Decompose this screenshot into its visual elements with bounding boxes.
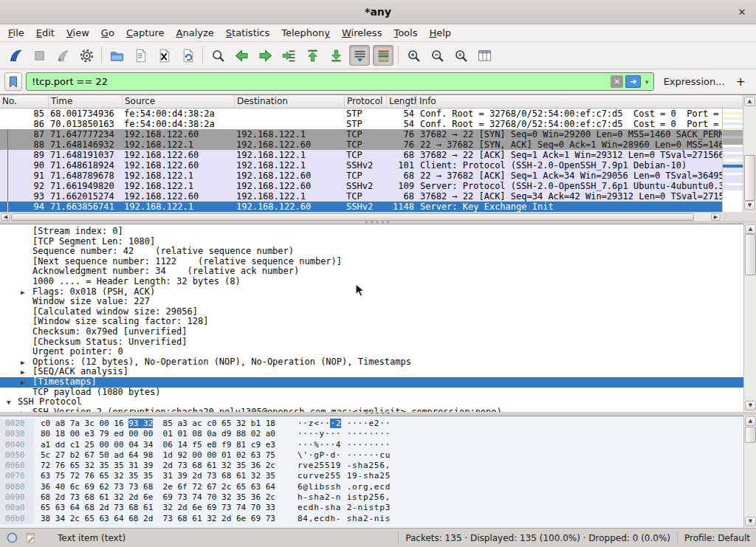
auto-scroll-icon[interactable] [349, 45, 370, 66]
intelligent-scrollbar-minimap[interactable] [722, 109, 743, 212]
hex-ascii[interactable]: 84,ecdh- sha2-nis [275, 514, 391, 524]
menu-edit[interactable]: Edit [30, 26, 61, 40]
resize-columns-icon[interactable] [474, 45, 495, 66]
close-icon[interactable]: ✕ [735, 5, 749, 18]
hex-ascii[interactable]: 6@libssh .org,ecd [275, 482, 391, 492]
packet-detail-line[interactable]: ▶[SEQ/ACK analysis] [0, 367, 756, 377]
packet-detail-line[interactable]: 1000 .... = Header Length: 32 bytes (8) [0, 277, 756, 287]
restart-capture-icon[interactable] [52, 45, 73, 66]
packet-detail-line[interactable]: Checksum: 0x79ed [unverified] [0, 327, 756, 337]
details-vscrollbar[interactable]: ▲ ▼ [743, 224, 756, 412]
hex-vscrollbar[interactable]: ▲ ▼ [743, 416, 756, 528]
display-filter-value[interactable]: !tcp.port == 22 [29, 76, 608, 87]
filter-bookmark-button[interactable] [4, 72, 22, 91]
go-to-packet-icon[interactable] [278, 45, 299, 66]
packet-detail-line[interactable]: ▼SSH Protocol [0, 397, 756, 407]
packet-row-93[interactable]: 9371.662015274192.168.122.60192.168.122.… [0, 191, 722, 202]
packet-detail-line[interactable]: ▶[Timestamps] [0, 377, 743, 388]
collapse-icon[interactable]: ▼ [7, 398, 10, 407]
expression-button[interactable]: Expression... [658, 76, 731, 87]
hex-row-00b0[interactable]: 00b038 34 2c 65 63 64 68 2d 73 68 61 32 … [0, 514, 756, 524]
hex-row-0050[interactable]: 00505c 27 b2 67 50 ad 64 98 1d 92 00 00 … [0, 450, 756, 461]
hex-ascii[interactable]: ···%···4 ········ [275, 440, 391, 450]
hex-row-0020[interactable]: 0020c0 a8 7a 3c 00 16 93 32 85 a3 ac c0 … [0, 419, 756, 429]
zoom-original-icon[interactable] [450, 45, 471, 66]
packet-detail-line[interactable]: TCP payload (1080 bytes) [0, 388, 756, 398]
packet-detail-line[interactable]: [Calculated window size: 29056] [0, 307, 756, 317]
packet-detail-line[interactable]: [Stream index: 0] [0, 227, 756, 237]
packet-row-85[interactable]: 8568.001734936fe:54:00:d4:38:2aSTP54Conf… [0, 109, 722, 119]
packet-list-vscrollbar[interactable]: ▲ ▼ [743, 95, 756, 212]
hex-ascii[interactable]: ····y··· ········ [275, 429, 391, 439]
start-capture-icon[interactable] [5, 45, 26, 66]
scrollbar-thumb[interactable] [745, 234, 756, 275]
hex-row-0040[interactable]: 0040a1 dd c1 25 00 00 04 34 06 14 f5 e8 … [0, 440, 756, 450]
hex-ascii[interactable]: h-sha2-n istp256, [275, 492, 391, 503]
menu-wireless[interactable]: Wireless [336, 26, 388, 40]
hex-bytes[interactable]: 63 75 72 76 65 32 35 35 31 39 2d 73 68 6… [34, 471, 275, 481]
column-header-source[interactable]: Source [123, 95, 235, 108]
hex-ascii[interactable]: ··z<···2 ····e2·· [275, 419, 391, 429]
packet-row-89[interactable]: 8971.648191037192.168.122.60192.168.122.… [0, 150, 722, 160]
packet-detail-line[interactable]: Window size value: 227 [0, 297, 756, 307]
column-header-length[interactable]: Length [387, 95, 417, 108]
hex-bytes[interactable]: 36 40 6c 69 62 73 73 68 2e 6f 72 67 2c 6… [34, 482, 275, 492]
expand-icon[interactable]: ▶ [21, 288, 24, 297]
expand-icon[interactable]: ▶ [21, 358, 24, 368]
scroll-up-icon[interactable]: ▲ [745, 224, 756, 234]
close-file-icon[interactable] [154, 45, 174, 66]
titlebar[interactable]: *any ✕ [0, 0, 756, 24]
capture-comment-icon[interactable] [25, 532, 37, 544]
capture-options-icon[interactable] [76, 45, 97, 66]
packet-row-94[interactable]: 9471.663856741192.168.122.1192.168.122.6… [0, 202, 722, 212]
menu-statistics[interactable]: Statistics [220, 26, 275, 40]
hex-ascii[interactable]: \'·gP·d· ······cu [275, 450, 391, 461]
hex-bytes[interactable]: 68 2d 73 68 61 32 2d 6e 69 73 74 70 32 3… [34, 492, 275, 503]
menu-analyze[interactable]: Analyze [171, 26, 220, 40]
stop-capture-icon[interactable] [29, 45, 49, 66]
hex-bytes[interactable]: a1 dd c1 25 00 00 04 34 06 14 f5 e8 f9 8… [34, 440, 275, 450]
column-header-protocol[interactable]: Protocol [345, 95, 387, 108]
add-filter-button[interactable]: + [735, 75, 752, 89]
hex-row-0080[interactable]: 008036 40 6c 69 62 73 73 68 2e 6f 72 67 … [0, 482, 756, 492]
column-header-info[interactable]: Info [417, 95, 743, 108]
save-file-icon[interactable] [130, 45, 151, 66]
hex-bytes[interactable]: 5c 27 b2 67 50 ad 64 98 1d 92 00 00 01 0… [34, 450, 275, 461]
hex-bytes[interactable]: c0 a8 7a 3c 00 16 93 32 85 a3 ac c0 65 3… [34, 419, 275, 429]
menu-capture[interactable]: Capture [120, 26, 171, 40]
scroll-down-icon[interactable]: ▼ [745, 517, 756, 526]
display-filter-input[interactable]: !tcp.port == 22 ✕ ➜ ▾ [26, 72, 654, 91]
hex-bytes[interactable]: 80 18 00 e3 79 ed 00 00 01 01 08 0a d9 8… [34, 429, 275, 439]
hex-ascii[interactable]: rve25519 -sha256, [275, 461, 391, 471]
apply-filter-icon[interactable]: ➜ [625, 75, 641, 88]
scroll-up-icon[interactable]: ▲ [745, 416, 756, 426]
zoom-in-icon[interactable] [403, 45, 424, 66]
column-header-no[interactable]: No. [0, 95, 49, 108]
hex-row-0070[interactable]: 007063 75 72 76 65 32 35 35 31 39 2d 73 … [0, 471, 756, 481]
scroll-right-icon[interactable]: ▶ [711, 213, 721, 221]
scroll-down-icon[interactable]: ▼ [745, 401, 756, 410]
scroll-left-icon[interactable]: ◀ [1, 213, 10, 221]
packet-row-86[interactable]: 8670.013850163fe:54:00:d4:38:2aSTP54Conf… [0, 119, 722, 129]
selected-ascii[interactable]: ·2 [330, 419, 341, 428]
column-header-destination[interactable]: Destination [235, 95, 345, 108]
hex-row-0030[interactable]: 003080 18 00 e3 79 ed 00 00 01 01 08 0a … [0, 429, 756, 439]
go-back-icon[interactable] [231, 45, 252, 66]
hex-row-00a0[interactable]: 00a065 63 64 68 2d 73 68 61 32 2d 6e 69 … [0, 503, 756, 513]
zoom-out-icon[interactable] [427, 45, 447, 66]
menu-file[interactable]: File [2, 26, 30, 40]
go-first-icon[interactable] [302, 45, 323, 66]
hex-row-0060[interactable]: 006072 76 65 32 35 35 31 39 2d 73 68 61 … [0, 461, 756, 471]
find-packet-icon[interactable] [207, 45, 228, 66]
colorize-icon[interactable] [373, 45, 394, 66]
hex-bytes[interactable]: 72 76 65 32 35 35 31 39 2d 73 68 61 32 3… [34, 461, 275, 471]
packet-detail-line[interactable]: Sequence number: 42 (relative sequence n… [0, 247, 756, 257]
hex-row-0090[interactable]: 009068 2d 73 68 61 32 2d 6e 69 73 74 70 … [0, 492, 756, 503]
expert-info-icon[interactable] [6, 531, 18, 544]
menu-go[interactable]: Go [95, 26, 120, 40]
packet-detail-line[interactable]: ▶Flags: 0x018 (PSH, ACK) [0, 287, 756, 297]
hex-bytes[interactable]: 65 63 64 68 2d 73 68 61 32 2d 6e 69 73 7… [34, 503, 275, 513]
clear-filter-icon[interactable]: ✕ [611, 75, 623, 88]
packet-row-90[interactable]: 9071.648618924192.168.122.60192.168.122.… [0, 160, 722, 171]
packet-detail-line[interactable]: [Window size scaling factor: 128] [0, 317, 756, 327]
